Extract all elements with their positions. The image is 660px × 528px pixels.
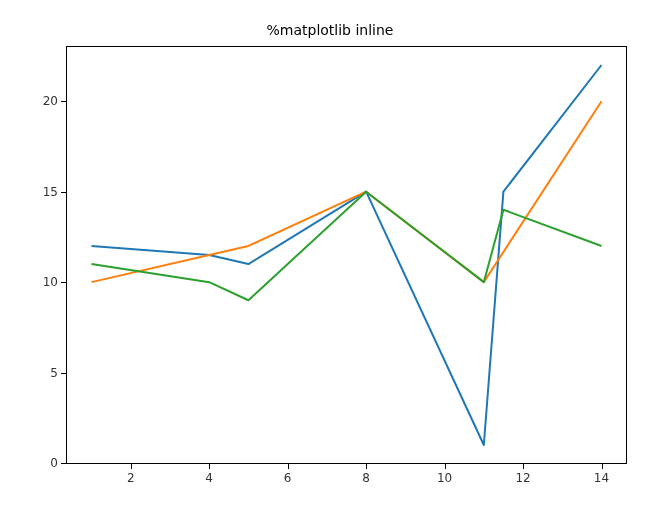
x-tick-label: 2	[127, 471, 135, 485]
x-tick-label: 4	[205, 471, 213, 485]
line-series-2	[92, 101, 602, 282]
plot-area	[66, 46, 627, 464]
x-tick-mark	[445, 464, 446, 469]
line-series-3	[92, 192, 602, 301]
y-tick-label: 10	[38, 275, 58, 289]
x-tick-label: 8	[362, 471, 370, 485]
x-tick-mark	[366, 464, 367, 469]
x-tick-mark	[131, 464, 132, 469]
chart-title: %matplotlib inline	[0, 22, 660, 38]
x-tick-label: 12	[515, 471, 530, 485]
x-tick-label: 14	[594, 471, 609, 485]
figure: %matplotlib inline 246810121405101520	[0, 0, 660, 528]
y-tick-mark	[61, 463, 66, 464]
y-tick-mark	[61, 101, 66, 102]
x-tick-mark	[209, 464, 210, 469]
y-tick-label: 5	[38, 366, 58, 380]
y-tick-mark	[61, 282, 66, 283]
x-tick-mark	[602, 464, 603, 469]
x-tick-label: 6	[284, 471, 292, 485]
y-tick-label: 20	[38, 94, 58, 108]
line-series-1	[92, 65, 602, 445]
y-tick-mark	[61, 192, 66, 193]
x-tick-label: 10	[437, 471, 452, 485]
x-tick-mark	[288, 464, 289, 469]
y-tick-label: 0	[38, 456, 58, 470]
y-tick-label: 15	[38, 185, 58, 199]
y-tick-mark	[61, 373, 66, 374]
x-tick-mark	[523, 464, 524, 469]
